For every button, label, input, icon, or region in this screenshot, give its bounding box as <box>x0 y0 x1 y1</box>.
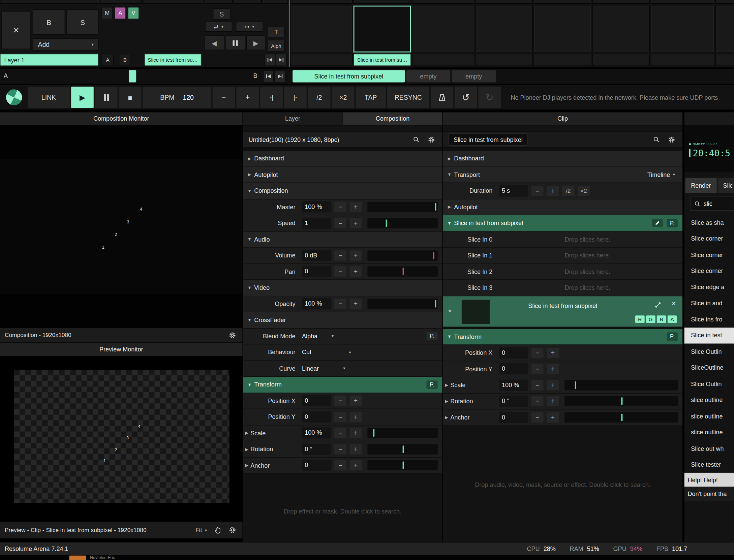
increment-button[interactable]: + <box>350 267 362 277</box>
bpm-increase-button[interactable]: + <box>236 87 259 108</box>
anchor-slider[interactable] <box>564 412 678 423</box>
volume-slider[interactable] <box>367 250 437 261</box>
nudge-up-button[interactable]: |- <box>284 87 307 108</box>
file-item-selected[interactable]: Slice in test <box>684 328 734 344</box>
clip-label-cell[interactable] <box>290 54 353 66</box>
decrement-button[interactable]: − <box>334 412 346 422</box>
increment-button[interactable]: + <box>547 396 559 406</box>
section-dashboard[interactable]: ▶Dashboard <box>443 151 682 167</box>
playmode-dropdown[interactable]: ⇄ ▾ <box>205 22 232 32</box>
pause-button[interactable] <box>225 36 245 50</box>
decrement-button[interactable]: − <box>334 444 346 455</box>
decrement-button[interactable]: − <box>334 396 346 406</box>
clip-cell[interactable] <box>475 6 533 53</box>
decrement-button[interactable]: − <box>334 267 346 277</box>
bpm-double-button[interactable]: ×2 <box>332 87 355 108</box>
file-item[interactable]: Slice ins fro <box>684 311 734 328</box>
clip-cell[interactable] <box>715 0 734 4</box>
volume-value-field[interactable]: 0 dB <box>302 250 331 261</box>
position-y-value-field[interactable]: 0 <box>302 411 331 423</box>
decrement-button[interactable]: − <box>531 396 544 406</box>
section-transport[interactable]: ▼ Transport Timeline ▾ <box>443 167 682 183</box>
nudge-down-button[interactable]: -| <box>260 87 283 108</box>
section-transform[interactable]: ▼ Transform P. <box>443 329 682 345</box>
resolume-logo[interactable] <box>2 87 26 108</box>
close-icon[interactable]: × <box>672 299 676 308</box>
decrement-button[interactable]: − <box>334 218 346 228</box>
clip-cell[interactable] <box>205 0 233 4</box>
play-forwards-button[interactable]: ▶ <box>246 36 266 50</box>
increment-button[interactable]: + <box>547 412 559 423</box>
anchor-value-field[interactable]: 0 <box>302 460 331 471</box>
clip-cell[interactable] <box>412 6 474 53</box>
increment-button[interactable]: + <box>547 380 559 391</box>
pan-value-field[interactable]: 0 <box>302 266 331 277</box>
file-item[interactable]: slice outline <box>684 424 734 440</box>
timeline-toggle[interactable]: T <box>268 27 285 37</box>
clip-cell[interactable] <box>290 0 353 4</box>
collapse-icon[interactable]: ▶ <box>443 383 450 387</box>
collapse-icon[interactable]: ▶ <box>443 399 450 404</box>
clip-source-block[interactable]: ▶ Slice in test from subpixel × R G B A <box>443 296 682 327</box>
play-backwards-button[interactable]: ◀ <box>204 36 224 50</box>
clip-cell[interactable] <box>651 0 714 4</box>
clip-cell[interactable] <box>412 0 474 4</box>
decrement-button[interactable]: − <box>531 348 544 358</box>
decrement-button[interactable]: − <box>531 412 544 423</box>
solo-button[interactable]: S <box>213 8 230 20</box>
search-icon[interactable] <box>413 136 419 143</box>
clip-cell[interactable] <box>651 6 714 53</box>
column-a-label[interactable]: A <box>101 54 114 66</box>
layer-name-label[interactable]: Layer 1 <box>0 54 99 66</box>
bpm-control[interactable]: BPM 120 <box>143 87 211 108</box>
search-icon[interactable] <box>653 136 660 143</box>
collapse-icon[interactable]: ▶ <box>243 463 250 468</box>
file-item[interactable]: Slice in and <box>684 295 734 311</box>
add-layer-dropdown[interactable]: Add ▾ <box>33 38 99 51</box>
empty-clip-chip[interactable]: empty <box>406 70 451 82</box>
clip-cell[interactable] <box>475 0 533 4</box>
slice-drop-zone[interactable]: Drop slices here. <box>492 236 682 243</box>
file-thumbnail[interactable] <box>69 556 86 560</box>
section-video[interactable]: ▼Video <box>243 280 442 296</box>
clip-cell[interactable] <box>101 0 141 4</box>
crossfader-handle[interactable] <box>129 70 136 82</box>
position-x-value-field[interactable]: 0 <box>499 347 528 358</box>
file-item[interactable]: Slice as sha <box>684 214 734 230</box>
pause-button[interactable] <box>95 87 118 108</box>
pan-hand-icon[interactable] <box>214 526 221 534</box>
file-item[interactable]: Slice edge a <box>684 279 734 295</box>
duration-double-button[interactable]: ×2 <box>578 186 590 196</box>
channel-r-toggle[interactable]: R <box>635 315 645 323</box>
rotation-slider[interactable] <box>564 396 678 406</box>
clip-cell-selected[interactable] <box>354 6 411 53</box>
decrement-button[interactable]: − <box>334 460 346 471</box>
layer-clip-label[interactable]: Slice in test from su… <box>144 54 201 66</box>
file-item[interactable]: slice outline <box>684 392 734 408</box>
clip-label-cell[interactable] <box>533 54 591 66</box>
chevron-down-icon[interactable]: ▾ <box>343 366 345 371</box>
clip-label-cell[interactable] <box>475 54 533 66</box>
section-composition[interactable]: ▼Composition <box>243 183 442 199</box>
tab-slice[interactable]: Slic <box>717 178 734 193</box>
clip-cell[interactable] <box>0 0 99 4</box>
param-p-button[interactable]: P. <box>667 333 678 341</box>
master-slider[interactable] <box>367 202 437 212</box>
video-toggle[interactable]: V <box>128 7 139 19</box>
file-item[interactable]: Slice out wh <box>684 440 734 457</box>
section-crossfader[interactable]: ▼CrossFader <box>243 312 442 328</box>
clip-cell[interactable] <box>142 0 203 4</box>
increment-button[interactable]: + <box>350 444 362 455</box>
increment-button[interactable]: + <box>350 412 362 422</box>
opacity-value-field[interactable]: 100 % <box>302 298 331 309</box>
gear-icon[interactable] <box>668 136 675 143</box>
slice-drop-zone[interactable]: Drop slices here. <box>492 252 682 259</box>
solo-layer-button[interactable]: S <box>66 9 99 35</box>
chevron-down-icon[interactable]: ▾ <box>332 334 334 339</box>
fit-dropdown[interactable]: Fit ▾ <box>195 527 207 533</box>
clip-name-field[interactable]: Slice in test from subpixel <box>449 133 528 146</box>
column-b-label[interactable]: B <box>119 54 131 66</box>
increment-button[interactable]: + <box>547 364 559 374</box>
edit-button[interactable] <box>652 219 663 227</box>
master-toggle[interactable]: M <box>101 7 113 19</box>
